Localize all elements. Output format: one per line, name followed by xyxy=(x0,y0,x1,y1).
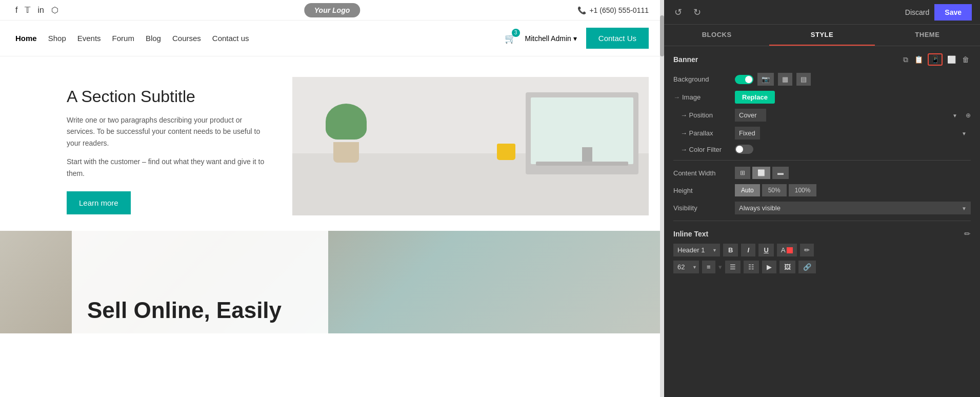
size-select-wrap: 62 48 36 24 18 xyxy=(673,261,699,273)
nav-blog[interactable]: Blog xyxy=(146,34,161,43)
image-replace-button[interactable]: Replace xyxy=(735,91,775,104)
background-label: Background xyxy=(673,75,735,83)
text-color-button[interactable]: A xyxy=(777,244,797,256)
width-btn-group: ⊞ ⬜ ▬ xyxy=(735,167,789,179)
underline-button[interactable]: U xyxy=(758,244,773,256)
content-width-controls: ⊞ ⬜ ▬ xyxy=(735,167,971,179)
visibility-select-wrap: Always visible Hidden on mobile Hidden o… xyxy=(735,202,971,214)
tab-theme[interactable]: THEME xyxy=(875,25,980,46)
banner-mobile-icon[interactable]: 📱 xyxy=(928,53,943,66)
facebook-icon[interactable]: f xyxy=(15,6,17,15)
text-color-dot xyxy=(787,247,793,253)
nav-contact[interactable]: Contact us xyxy=(212,34,249,43)
discard-button[interactable]: Discard xyxy=(905,8,929,16)
image-insert-button[interactable]: 🖼 xyxy=(779,261,795,273)
nav-events[interactable]: Events xyxy=(77,34,101,43)
parallax-select-wrap: Fixed Scroll None xyxy=(735,127,971,140)
contact-us-button[interactable]: Contact Us xyxy=(586,28,649,49)
visibility-select[interactable]: Always visible Hidden on mobile Hidden o… xyxy=(735,202,971,214)
ordered-list-button[interactable]: ☷ xyxy=(744,261,759,273)
instagram-icon[interactable]: ⬡ xyxy=(51,5,58,15)
social-icons: f 𝕋 in ⬡ xyxy=(15,5,58,15)
bg-camera-btn[interactable]: 📷 xyxy=(757,73,774,86)
divider-2 xyxy=(673,221,971,221)
height-btn-group: Auto 50% 100% xyxy=(735,184,816,196)
background-toggle-knob xyxy=(745,76,752,83)
parallax-label: → Parallax xyxy=(673,129,735,137)
width-btn-narrow[interactable]: ▬ xyxy=(772,167,789,179)
redo-button[interactable]: ↻ xyxy=(691,5,703,20)
nav-right: 🛒 3 Mitchell Admin ▾ Contact Us xyxy=(505,28,649,49)
align-btn[interactable]: ≡ xyxy=(702,261,715,273)
learn-more-button[interactable]: Learn more xyxy=(67,191,131,214)
inline-text-edit-icon[interactable]: ✏ xyxy=(964,229,971,239)
nav-courses[interactable]: Courses xyxy=(172,34,201,43)
banner-tablet-icon[interactable]: ⬜ xyxy=(946,54,957,65)
image-row: →→ ImageImage Replace xyxy=(673,91,971,104)
link-button[interactable]: 🔗 xyxy=(798,261,816,273)
content-width-row: Content Width ⊞ ⬜ ▬ xyxy=(673,167,971,179)
banner-duplicate-icon[interactable]: ⧉ xyxy=(902,54,910,66)
visibility-controls: Always visible Hidden on mobile Hidden o… xyxy=(735,202,971,214)
undo-button[interactable]: ↺ xyxy=(672,5,684,20)
height-controls: Auto 50% 100% xyxy=(735,184,971,196)
align-down-icon: ▾ xyxy=(718,263,722,271)
banner-copy-icon[interactable]: 📋 xyxy=(913,54,925,65)
format-select[interactable]: Header 1 Header 2 Header 3 Paragraph xyxy=(673,244,720,256)
height-btn-auto[interactable]: Auto xyxy=(735,184,760,196)
unordered-list-button[interactable]: ☰ xyxy=(725,261,741,273)
banner-section-title: Banner xyxy=(673,55,698,64)
right-panel: ↺ ↻ Discard Save BLOCKS STYLE THEME Bann… xyxy=(664,0,980,397)
height-btn-50[interactable]: 50% xyxy=(762,184,787,196)
panel-body: Banner ⧉ 📋 📱 ⬜ 🗑 Background 📷 ▦ ▤ xyxy=(664,46,980,397)
tab-style[interactable]: STYLE xyxy=(769,25,874,46)
bottom-text: Sell Online, Easily xyxy=(87,297,282,323)
cart-wrap[interactable]: 🛒 3 xyxy=(505,33,516,44)
italic-button[interactable]: I xyxy=(741,244,755,256)
hero-desc2: Start with the customer – find out what … xyxy=(67,156,272,179)
scrollbar-thumb[interactable] xyxy=(660,15,664,56)
font-size-select[interactable]: 62 48 36 24 18 xyxy=(673,261,699,273)
play-button[interactable]: ▶ xyxy=(762,261,776,273)
bold-button[interactable]: B xyxy=(723,244,738,256)
panel-toolbar: ↺ ↻ Discard Save xyxy=(664,0,980,25)
tab-blocks[interactable]: BLOCKS xyxy=(664,25,769,46)
hero-image xyxy=(292,77,649,215)
nav-home[interactable]: Home xyxy=(15,34,37,43)
text-style-button[interactable]: ✏ xyxy=(800,244,814,256)
bg-grid-btn[interactable]: ▦ xyxy=(778,73,792,86)
color-filter-toggle[interactable] xyxy=(735,145,753,154)
bg-style-btn[interactable]: ▤ xyxy=(796,73,811,86)
width-btn-medium[interactable]: ⬜ xyxy=(752,167,770,179)
inline-text-section: Inline Text ✏ Header 1 Header 2 Header 3… xyxy=(673,229,971,273)
width-btn-full[interactable]: ⊞ xyxy=(735,167,750,179)
color-filter-row: → Color Filter xyxy=(673,145,971,154)
desk-scene xyxy=(292,77,649,215)
parallax-row: → Parallax Fixed Scroll None xyxy=(673,127,971,140)
bottom-white-box: Sell Online, Easily xyxy=(72,231,328,333)
color-filter-label: → Color Filter xyxy=(673,146,735,153)
bottom-banner: Sell Online, Easily xyxy=(0,231,664,333)
content-width-label: Content Width xyxy=(673,169,735,177)
background-row: Background 📷 ▦ ▤ xyxy=(673,73,971,86)
position-select[interactable]: Cover Contain Auto xyxy=(735,109,766,122)
main-content: f 𝕋 in ⬡ Your Logo 📞 +1 (650) 555-0111 H… xyxy=(0,0,664,397)
nav-bar: Home Shop Events Forum Blog Courses Cont… xyxy=(0,21,664,56)
position-controls: Cover Contain Auto ⊕ xyxy=(735,109,971,122)
save-button[interactable]: Save xyxy=(934,4,972,21)
panel-tabs: BLOCKS STYLE THEME xyxy=(664,25,980,46)
phone-icon: 📞 xyxy=(577,6,586,14)
scrollbar-track[interactable] xyxy=(660,0,664,397)
linkedin-icon[interactable]: in xyxy=(37,6,44,15)
admin-wrap[interactable]: Mitchell Admin ▾ xyxy=(525,34,577,43)
position-expand-icon[interactable]: ⊕ xyxy=(966,112,971,119)
height-btn-100[interactable]: 100% xyxy=(789,184,817,196)
banner-delete-icon[interactable]: 🗑 xyxy=(961,54,971,65)
nav-shop[interactable]: Shop xyxy=(48,34,66,43)
parallax-select[interactable]: Fixed Scroll None xyxy=(735,127,760,140)
text-format-row1: Header 1 Header 2 Header 3 Paragraph B I… xyxy=(673,244,971,256)
logo[interactable]: Your Logo xyxy=(304,3,360,17)
nav-forum[interactable]: Forum xyxy=(112,34,134,43)
background-toggle[interactable] xyxy=(735,75,753,84)
twitter-icon[interactable]: 𝕋 xyxy=(25,5,30,15)
